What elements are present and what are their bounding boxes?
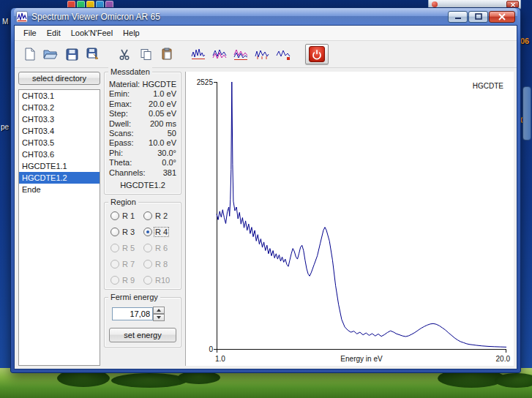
radio-label: R10 [155, 276, 170, 285]
background-window-scrollbar [522, 86, 531, 140]
radio-icon [110, 276, 119, 285]
radio-r8: R 8 [143, 260, 175, 269]
minimize-button[interactable] [448, 11, 468, 23]
paste-button[interactable] [157, 45, 176, 64]
menu-looknfeel[interactable]: Look'N'Feel [66, 27, 118, 39]
messdaten-group: Messdaten Material: HGCDTE Emin: 1.0 eV … [104, 72, 181, 195]
window-controls [448, 11, 515, 23]
menubar: File Edit Look'N'Feel Help [15, 26, 517, 41]
fermi-energy-input[interactable] [112, 307, 153, 320]
save-as-icon [86, 48, 100, 61]
close-icon [498, 13, 506, 20]
app-icon [16, 11, 28, 23]
wallpaper-tree [495, 373, 532, 388]
exit-power-icon [309, 46, 325, 62]
close-button[interactable] [489, 11, 515, 23]
messdaten-row: Channels: 381 [109, 168, 176, 178]
new-file-button[interactable] [20, 45, 39, 64]
radio-label: R 8 [155, 260, 168, 269]
list-item[interactable]: CHT03.3 [19, 113, 100, 125]
menu-file[interactable]: File [18, 27, 42, 39]
radio-r4-selected[interactable]: R 4 [143, 228, 175, 236]
app-window: Spectrum Viewer Omicron AR 65 [10, 7, 521, 373]
radio-r3[interactable]: R 3 [110, 228, 142, 236]
list-item[interactable]: Ende [19, 184, 100, 195]
radio-r1[interactable]: R 1 [110, 211, 142, 220]
spectrum-chart: 2525 0 HGCDTE 1.0 Energy in eV 20.0 [185, 72, 514, 366]
spectrum-view-5-icon [276, 47, 291, 61]
list-item-selected[interactable]: HGCDTE1.2 [19, 172, 100, 184]
radio-label: R 1 [122, 211, 135, 220]
maximize-button[interactable] [468, 11, 488, 23]
menu-help[interactable]: Help [118, 27, 145, 39]
radio-r9: R 9 [110, 276, 142, 285]
copy-button[interactable] [136, 45, 155, 64]
field-value: 200 ms [150, 119, 176, 129]
messdaten-row: Dwell: 200 ms [109, 119, 176, 129]
spectrum-view-3-icon [233, 47, 248, 61]
field-label: Channels: [109, 168, 146, 178]
desktop-gadget-value: 06 [520, 37, 529, 45]
arrow-up-icon [157, 309, 161, 312]
radio-icon [110, 228, 119, 236]
radio-icon [143, 211, 152, 220]
set-energy-button[interactable]: set energy [109, 328, 176, 342]
spectrum-view-4-icon [255, 47, 269, 61]
spectrum-view-2-button[interactable] [210, 45, 229, 64]
background-window-icon [432, 1, 438, 7]
field-label: Emin: [109, 89, 130, 99]
menu-edit[interactable]: Edit [42, 27, 66, 39]
messdaten-row: Material: HGCDTE [109, 80, 176, 89]
wallpaper-tree [111, 373, 187, 388]
toolbar-separator [295, 54, 303, 55]
messdaten-row: Theta: 0.0° [109, 158, 176, 168]
spectrum-view-1-button[interactable] [189, 45, 208, 64]
list-item[interactable]: CHT03.2 [19, 102, 100, 113]
list-item[interactable]: CHT03.4 [19, 125, 100, 137]
save-as-button[interactable] [83, 45, 102, 64]
list-item[interactable]: HGCDTE1.1 [19, 160, 100, 172]
spinner-up-button[interactable] [153, 307, 165, 314]
radio-icon [143, 228, 152, 236]
list-item[interactable]: CHT03.5 [19, 137, 100, 149]
titlebar[interactable]: Spectrum Viewer Omicron AR 65 [14, 8, 517, 25]
window-body: File Edit Look'N'Feel Help [14, 25, 517, 369]
field-value: HGCDTE [143, 80, 176, 89]
toolbar-separator [179, 54, 187, 55]
spectrum-view-4-button[interactable] [252, 45, 271, 64]
save-button[interactable] [62, 45, 81, 64]
spectrum-view-2-icon [212, 47, 227, 61]
spinner-buttons [153, 307, 165, 321]
spectrum-view-1-icon [191, 47, 206, 61]
region-options: R 1 R 2 R 3 R 4 [109, 210, 176, 285]
field-label: Epass: [109, 138, 134, 148]
cut-button[interactable] [115, 45, 134, 64]
file-listbox[interactable]: CHT03.1 CHT03.2 CHT03.3 CHT03.4 CHT03.5 … [18, 89, 100, 366]
radio-icon [110, 211, 119, 220]
open-folder-button[interactable] [41, 45, 60, 64]
list-item[interactable]: CHT03.1 [19, 90, 100, 102]
select-directory-button[interactable]: select directory [18, 72, 100, 85]
region-group: Region R 1 R 2 R 3 [104, 202, 181, 290]
messdaten-row: Epass: 10.0 eV [109, 138, 176, 148]
minimize-icon [454, 14, 462, 20]
spectrum-view-5-button[interactable] [274, 45, 293, 64]
field-value: 1.0 eV [153, 89, 176, 99]
exit-button[interactable] [305, 44, 329, 64]
settings-panel: Messdaten Material: HGCDTE Emin: 1.0 eV … [104, 72, 181, 366]
dataset-label: HGCDTE1.2 [109, 181, 176, 189]
list-item[interactable]: CHT03.6 [19, 149, 100, 160]
spinner-down-button[interactable] [153, 314, 165, 321]
messdaten-row: Emin: 1.0 eV [109, 89, 176, 99]
region-title: Region [108, 198, 138, 206]
radio-icon [143, 276, 152, 285]
cut-icon [119, 48, 130, 61]
field-value: 30.0° [157, 149, 176, 158]
radio-r2[interactable]: R 2 [143, 211, 175, 220]
radio-icon [110, 260, 119, 269]
field-value: 381 [163, 168, 176, 178]
messdaten-row: Scans: 50 [109, 129, 176, 138]
fermi-spinner [109, 305, 176, 321]
spectrum-view-3-button[interactable] [231, 45, 250, 64]
field-label: Scans: [109, 129, 134, 138]
